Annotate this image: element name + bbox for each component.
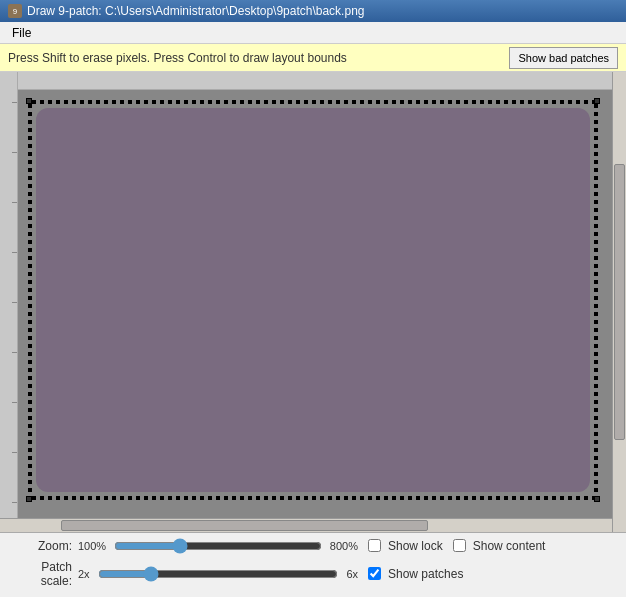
patch-line-left [28,104,32,496]
show-lock-group: Show lock [368,539,443,553]
corner-dot-tr [594,98,600,104]
patch-scale-row: Patch scale: 2x 6x Show patches [8,560,618,588]
vertical-scrollbar-thumb[interactable] [614,164,625,440]
ninepatch-border [28,100,598,500]
zoom-label: Zoom: [8,539,78,553]
show-lock-label[interactable]: Show lock [388,539,443,553]
patch-line-bottom [32,496,594,500]
corner-dot-bl [26,496,32,502]
menu-file[interactable]: File [4,24,39,42]
zoom-max-label: 800% [330,540,358,552]
window-title: Draw 9-patch: C:\Users\Administrator\Des… [27,4,364,18]
show-lock-checkbox[interactable] [368,539,381,552]
show-patches-checkbox[interactable] [368,567,381,580]
ninepatch-container[interactable] [28,100,598,500]
zoom-min-label: 100% [78,540,106,552]
corner-dot-br [594,496,600,502]
show-patches-label[interactable]: Show patches [388,567,463,581]
canvas-area [0,72,626,532]
patch-scale-slider[interactable] [98,566,339,582]
menu-bar: File [0,22,626,44]
patch-scale-slider-container: 2x 6x [78,566,358,582]
show-patches-group: Show patches [368,567,463,581]
left-ruler [0,72,18,532]
zoom-slider[interactable] [114,538,322,554]
app-icon: 9 [8,4,22,18]
hint-bar: Press Shift to erase pixels. Press Contr… [0,44,626,72]
show-content-label[interactable]: Show content [473,539,546,553]
title-bar: 9 Draw 9-patch: C:\Users\Administrator\D… [0,0,626,22]
zoom-row: Zoom: 100% 800% Show lock Show content [8,538,618,554]
vertical-scrollbar[interactable] [612,72,626,532]
patch-line-top [32,100,594,104]
show-bad-patches-button[interactable]: Show bad patches [509,47,618,69]
patch-scale-label: Patch scale: [8,560,78,588]
top-ruler [18,72,626,90]
ninepatch-image [36,108,590,492]
horizontal-scrollbar[interactable] [0,518,612,532]
show-content-group: Show content [453,539,546,553]
zoom-slider-container: 100% 800% [78,538,358,554]
patch-scale-max-label: 6x [346,568,358,580]
horizontal-scrollbar-thumb[interactable] [61,520,428,531]
hint-text: Press Shift to erase pixels. Press Contr… [8,51,347,65]
patch-scale-min-label: 2x [78,568,90,580]
patch-line-right [594,104,598,496]
corner-dot-tl [26,98,32,104]
controls-area: Zoom: 100% 800% Show lock Show content P… [0,532,626,592]
show-content-checkbox[interactable] [453,539,466,552]
